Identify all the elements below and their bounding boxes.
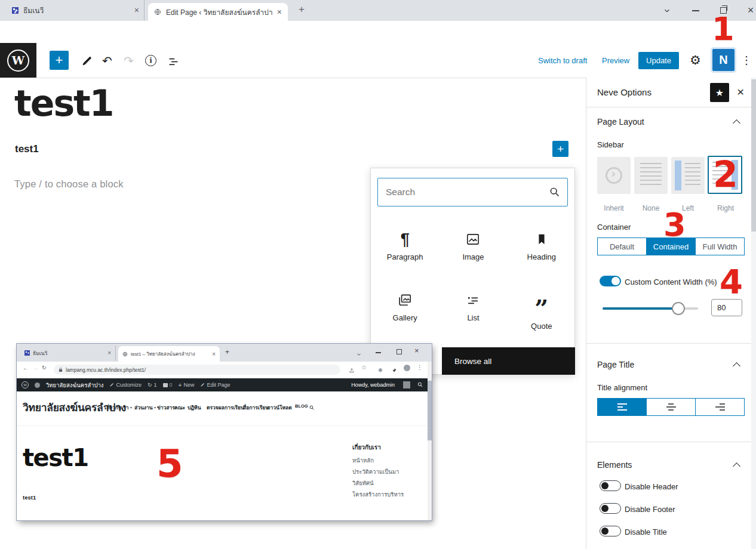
nav-faculty[interactable]: คณะ (174, 403, 185, 412)
new-tab-button[interactable]: + (225, 348, 229, 356)
minimize-button[interactable] (376, 352, 381, 353)
update-button[interactable]: Update (638, 52, 679, 69)
preview-tab-test1[interactable]: test1 – วิทยาลัยสงฆ์นครลำปาง × (118, 346, 220, 362)
preview-address-bar[interactable]: lampang.mcu.ac.th/index.php/test1/ (54, 365, 340, 375)
adminbar-edit-page[interactable]: Edit Page (200, 382, 230, 388)
close-button[interactable]: × (414, 346, 419, 355)
tools-pencil-icon[interactable] (81, 55, 93, 70)
refresh-icon[interactable]: ↻ (42, 365, 47, 371)
block-image[interactable]: Image (439, 230, 507, 261)
pin-sidebar-star-button[interactable]: ★ (710, 83, 729, 102)
tab-close-icon[interactable]: × (134, 6, 139, 14)
section-page-layout[interactable]: Page Layout (597, 117, 644, 127)
block-search-input[interactable] (377, 178, 568, 206)
share-icon[interactable] (349, 365, 355, 376)
collapse-chevron-icon[interactable] (733, 362, 740, 370)
close-panel-icon[interactable]: × (737, 85, 744, 99)
browser-tab-edit-page[interactable]: Edit Page ‹ วิทยาลัยสงฆ์นครลำปาง — × (148, 3, 288, 21)
section-page-title[interactable]: Page Title (597, 360, 634, 369)
add-block-button[interactable]: + (50, 51, 69, 70)
adminbar-comments[interactable]: 0 (163, 382, 173, 388)
editor-options-icon[interactable]: ⋮ (741, 54, 752, 67)
nav-news[interactable]: ข่าวสาร (157, 403, 175, 412)
bookmark-star-icon[interactable]: ☆ (361, 364, 367, 371)
block-gallery[interactable]: Gallery (371, 291, 439, 331)
nav-calendar[interactable]: ปฏิทิน (188, 403, 201, 412)
pin-extension-icon[interactable] (391, 365, 397, 376)
adminbar-customize[interactable]: Customize (109, 382, 142, 388)
browser-menu-icon[interactable]: ⋮ (417, 364, 423, 371)
nav-departments[interactable]: ส่วนงาน ▾ (134, 403, 156, 412)
list-view-icon[interactable] (167, 55, 180, 70)
settings-gear-icon[interactable]: ⚙ (690, 53, 701, 67)
nav-downloads[interactable]: ดาวน์โหลด (267, 403, 292, 412)
wordpress-logo[interactable]: W (0, 43, 36, 78)
block-list[interactable]: List (439, 291, 507, 331)
sidebar-option-none[interactable] (634, 157, 668, 194)
nav-grades[interactable]: ตรวจผลการเรียน (207, 403, 244, 412)
undo-icon[interactable]: ↶ (102, 54, 112, 68)
neve-options-button[interactable]: N (712, 49, 735, 71)
preview-tab-theme[interactable]: ธีมเนวี × (20, 346, 116, 360)
back-icon[interactable]: ← (23, 365, 29, 371)
adminbar-new[interactable]: +New (179, 382, 195, 388)
nav-blog[interactable]: BLOG (295, 403, 308, 409)
disable-header-toggle[interactable] (600, 480, 621, 491)
align-right-button[interactable] (695, 399, 744, 415)
section-elements[interactable]: Elements (597, 460, 632, 470)
browser-tab-theme[interactable]: ธีมเนวี × (7, 0, 145, 20)
width-value-input[interactable] (711, 299, 742, 316)
tab-search-chevron-icon[interactable] (658, 0, 676, 21)
adminbar-search-icon[interactable] (417, 381, 423, 389)
adminbar-site-name[interactable]: วิทยาลัยสงฆ์นครลำปาง (46, 381, 103, 390)
container-default-button[interactable]: Default (598, 238, 646, 255)
widget-link[interactable]: โครงสร้างการบริหาร (352, 489, 407, 500)
adminbar-updates[interactable]: ↻1 (147, 382, 157, 388)
widget-link[interactable]: วิสัยทัศน์ (352, 477, 407, 489)
tab-close-icon[interactable]: × (107, 350, 111, 356)
switch-to-draft-button[interactable]: Switch to draft (538, 56, 587, 65)
nav-about[interactable]: เกี่ยวกับเรา ▾ (105, 403, 132, 412)
new-tab-button[interactable]: + (299, 4, 305, 16)
post-title[interactable]: test1 (14, 82, 113, 124)
details-icon[interactable]: i (145, 55, 156, 66)
tab-close-icon[interactable]: × (212, 351, 216, 357)
profile-avatar[interactable] (404, 365, 410, 371)
align-center-button[interactable] (646, 399, 695, 415)
adminbar-howdy[interactable]: Howdy, webadmin (351, 382, 395, 388)
minimize-button[interactable] (687, 0, 705, 21)
block-appender-button[interactable]: + (552, 141, 568, 157)
tab-close-icon[interactable]: × (277, 8, 282, 16)
sidebar-option-inherit[interactable] (597, 157, 631, 194)
browse-all-button[interactable]: Browse all (442, 347, 575, 375)
restore-button[interactable] (397, 349, 402, 354)
block-search[interactable] (377, 178, 568, 206)
collapse-chevron-icon[interactable] (733, 119, 740, 127)
paragraph-block[interactable]: test1 (15, 143, 39, 155)
collapse-chevron-icon[interactable] (733, 462, 740, 470)
disable-footer-toggle[interactable] (600, 503, 621, 514)
block-heading[interactable]: Heading (508, 230, 576, 261)
block-paragraph[interactable]: ¶ Paragraph (371, 230, 439, 261)
widget-link[interactable]: ประวัติความเป็นมา (352, 466, 407, 477)
panel-scrollbar[interactable] (751, 78, 756, 549)
sidebar-option-left[interactable] (671, 157, 705, 194)
custom-content-width-toggle[interactable] (600, 276, 621, 286)
empty-block-placeholder[interactable]: Type / to choose a block (14, 178, 124, 190)
globe-icon (122, 351, 128, 357)
wp-logo-icon[interactable]: W (21, 381, 29, 388)
widget-link[interactable]: หน้าหลัก (352, 455, 407, 466)
block-quote[interactable]: ” Quote (508, 291, 576, 331)
align-left-button[interactable] (598, 399, 646, 415)
tab-search-chevron-icon[interactable] (356, 349, 362, 360)
preview-button[interactable]: Preview (602, 56, 629, 65)
width-slider-handle[interactable] (672, 302, 685, 315)
preview-scrollbar[interactable] (428, 362, 432, 520)
nav-media[interactable]: สื่อการเรียน (243, 403, 269, 412)
disable-title-toggle[interactable] (600, 526, 621, 536)
site-search-icon[interactable] (309, 402, 315, 413)
container-full-width-button[interactable]: Full Width (695, 238, 744, 255)
width-value-box[interactable] (711, 299, 742, 316)
extension-icon[interactable] (377, 365, 383, 376)
close-button[interactable]: × (742, 0, 756, 21)
